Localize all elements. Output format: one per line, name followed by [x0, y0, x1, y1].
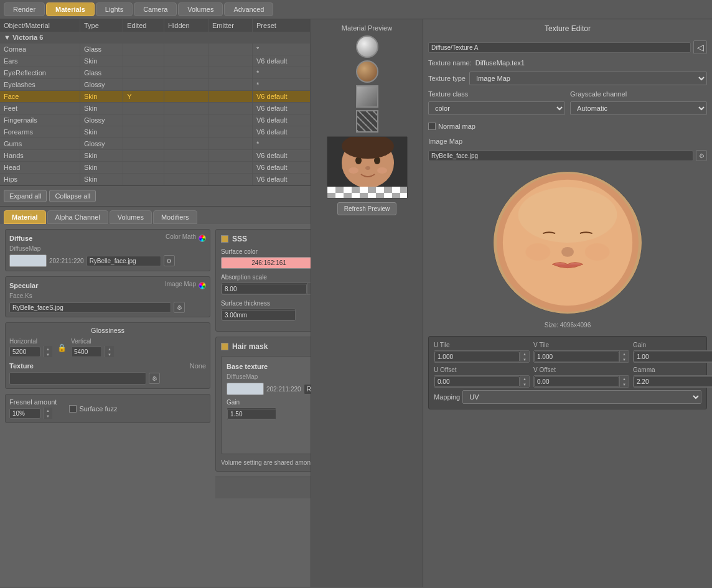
v-offset-up[interactable]: ▲: [620, 376, 629, 381]
head-preview-btn[interactable]: [356, 60, 378, 83]
absorption-up[interactable]: ▲: [307, 283, 311, 289]
horizontal-spinner[interactable]: ▲ ▼: [43, 346, 52, 357]
surface-color-swatch[interactable]: 246:162:161: [221, 257, 311, 269]
vertical-up[interactable]: ▲: [105, 346, 114, 352]
surface-thickness-input[interactable]: [222, 310, 296, 320]
cube-preview-btn[interactable]: [356, 85, 378, 108]
channel-input[interactable]: [428, 42, 691, 53]
v-tile-spinner[interactable]: ▲ ▼: [533, 350, 629, 363]
collapse-all-btn[interactable]: Collapse all: [49, 190, 96, 202]
vertical-input[interactable]: [71, 347, 102, 357]
table-row[interactable]: EyeReflectionGlass*: [0, 67, 311, 79]
horizontal-up[interactable]: ▲: [44, 346, 52, 352]
u-tile-down[interactable]: ▼: [520, 357, 529, 362]
texture-editor-panel: Texture Editor ◁ Texture name: DiffuseMa…: [423, 19, 712, 587]
sphere-preview-btn[interactable]: [356, 35, 378, 58]
hair-filename-input[interactable]: [304, 384, 311, 394]
texture-input-empty[interactable]: [9, 372, 146, 385]
fresnel-up[interactable]: ▲: [44, 408, 52, 413]
imagemap-gear-btn[interactable]: ⚙: [696, 150, 707, 161]
imagemap-filename-input[interactable]: [428, 151, 693, 161]
tab-volumes[interactable]: Volumes: [110, 210, 152, 224]
u-offset-down[interactable]: ▼: [520, 381, 529, 387]
u-offset-input[interactable]: [434, 376, 520, 387]
materials-btn[interactable]: Materials: [46, 2, 95, 16]
tab-modifiers[interactable]: Modifiers: [153, 210, 197, 224]
u-tile-up[interactable]: ▲: [520, 351, 529, 357]
absorption-down[interactable]: ▼: [307, 289, 311, 294]
mapping-select[interactable]: UV: [462, 390, 701, 404]
absorption-input[interactable]: [222, 284, 307, 294]
render-btn[interactable]: Render: [4, 2, 45, 16]
gamma-input[interactable]: [634, 376, 712, 387]
u-offset-spinner[interactable]: ▲ ▼: [434, 375, 530, 388]
gain-spinner[interactable]: ▲ ▼: [227, 408, 276, 420]
diffuse-texname: DiffuseMap: [9, 245, 206, 252]
horizontal-input[interactable]: [9, 347, 40, 357]
texture-class-select[interactable]: color: [428, 101, 565, 115]
table-row[interactable]: HeadSkinV6 default: [0, 162, 311, 174]
fresnel-down[interactable]: ▼: [44, 413, 52, 419]
table-row[interactable]: FeetSkinV6 default: [0, 103, 311, 114]
surface-fuzz-checkbox[interactable]: [69, 405, 77, 413]
gain-input[interactable]: [227, 409, 276, 419]
grayscale-channel-select[interactable]: Automatic: [570, 101, 707, 115]
v-offset-input[interactable]: [534, 376, 619, 387]
tab-alpha-channel[interactable]: Alpha Channel: [47, 210, 108, 224]
table-row[interactable]: HipsSkinV6 default: [0, 174, 311, 185]
normal-map-checkbox[interactable]: [428, 123, 436, 130]
specular-filename-input[interactable]: [9, 302, 171, 313]
fresnel-spinner[interactable]: ▲ ▼: [43, 408, 52, 419]
camera-btn[interactable]: Camera: [134, 2, 177, 16]
v-offset-spinner[interactable]: ▲ ▼: [533, 375, 629, 388]
gamma-spinner[interactable]: ▲ ▼: [633, 375, 712, 388]
table-row[interactable]: EarsSkinV6 default: [0, 55, 311, 67]
table-row[interactable]: EyelashesGlossy*: [0, 79, 311, 91]
vertical-down[interactable]: ▼: [105, 352, 114, 357]
hair-mask-checkbox[interactable]: [221, 343, 228, 350]
te-gain-input[interactable]: [634, 352, 712, 362]
specular-dot[interactable]: [199, 282, 206, 289]
table-row[interactable]: FingernailsGlossyV6 default: [0, 114, 311, 126]
diffuse-filename-input[interactable]: [87, 256, 161, 266]
tab-material[interactable]: Material: [4, 210, 46, 224]
channel-nav-btn[interactable]: ◁: [693, 40, 707, 54]
u-tile-spinner[interactable]: ▲ ▼: [434, 350, 530, 363]
surface-thickness-spinner[interactable]: ▲ ▼: [221, 309, 296, 321]
plane-preview-btn[interactable]: [356, 110, 378, 133]
gain-item: Gain ▲ ▼: [633, 342, 712, 363]
u-tile-input[interactable]: [434, 352, 520, 362]
volumes-btn[interactable]: Volumes: [178, 2, 223, 16]
refresh-preview-btn[interactable]: Refresh Preview: [337, 202, 396, 215]
table-row[interactable]: HandsSkinV6 default: [0, 150, 311, 162]
sss-checkbox[interactable]: [221, 235, 228, 243]
u-offset-up[interactable]: ▲: [520, 376, 529, 381]
specular-gear-btn[interactable]: ⚙: [174, 302, 185, 313]
diffuse-gear-btn[interactable]: ⚙: [164, 255, 175, 266]
table-row[interactable]: ForearmsSkinV6 default: [0, 126, 311, 138]
v-tile-label: V Tile: [533, 342, 629, 348]
diffuse-color-swatch[interactable]: [9, 254, 47, 267]
v-tile-up[interactable]: ▲: [620, 351, 629, 357]
te-gain-spinner[interactable]: ▲ ▼: [633, 350, 712, 363]
texture-gear-btn[interactable]: ⚙: [149, 373, 160, 384]
fresnel-input[interactable]: [9, 408, 40, 419]
vertical-spinner[interactable]: ▲ ▼: [105, 346, 114, 357]
texture-type-select[interactable]: Image Map: [469, 72, 707, 85]
left-panel: Object/Material Type Edited Hidden Emitt…: [0, 19, 311, 587]
horizontal-down[interactable]: ▼: [44, 352, 52, 357]
absorption-spinner[interactable]: ▲ ▼: [221, 282, 311, 295]
lights-btn[interactable]: Lights: [96, 2, 133, 16]
v-tile-input[interactable]: [534, 352, 619, 362]
diffuse-colormath-dot[interactable]: [199, 235, 206, 242]
v-tile-down[interactable]: ▼: [620, 357, 629, 362]
specular-texname: Face.Ks: [9, 292, 206, 299]
expand-all-btn[interactable]: Expand all: [4, 190, 47, 202]
v-offset-down[interactable]: ▼: [620, 381, 629, 387]
advanced-btn[interactable]: Advanced: [224, 2, 273, 16]
table-row[interactable]: CorneaGlass*: [0, 44, 311, 55]
hair-color-swatch[interactable]: [227, 383, 264, 395]
table-row[interactable]: FaceSkinYV6 default: [0, 91, 311, 103]
table-row[interactable]: GumsGlossy*: [0, 138, 311, 150]
group-row-victoria6[interactable]: ▼ Victoria 6: [0, 32, 311, 44]
